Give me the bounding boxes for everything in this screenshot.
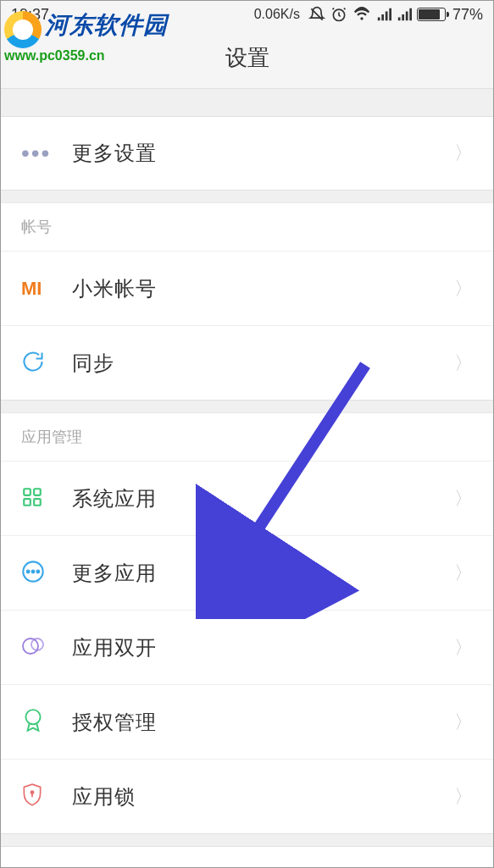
battery-icon <box>417 8 446 21</box>
row-more-apps[interactable]: 更多应用 〉 <box>1 536 493 611</box>
chevron-right-icon: 〉 <box>454 635 473 661</box>
signal-1-icon <box>376 7 391 22</box>
row-dual-apps[interactable]: 应用双开 〉 <box>1 611 493 685</box>
section-header-account: 帐号 <box>1 202 493 252</box>
row-label: 应用锁 <box>72 783 454 810</box>
chevron-right-icon: 〉 <box>454 561 473 586</box>
signal-2-icon <box>397 7 412 22</box>
sync-icon <box>21 350 45 377</box>
badge-icon <box>21 708 45 737</box>
svg-rect-2 <box>34 489 41 495</box>
alarm-icon <box>330 6 347 23</box>
svg-rect-3 <box>24 499 31 506</box>
more-settings-icon: ••• <box>21 140 51 167</box>
row-label: 系统应用 <box>72 485 454 512</box>
svg-point-9 <box>23 639 38 654</box>
svg-point-8 <box>36 570 39 572</box>
row-sync[interactable]: 同步 〉 <box>1 326 493 401</box>
mi-logo-icon: MI <box>21 278 42 300</box>
more-apps-icon <box>21 560 45 587</box>
shield-lock-icon <box>21 782 43 811</box>
dual-circles-icon <box>21 634 47 661</box>
status-network-speed: 0.06K/s <box>254 7 300 22</box>
row-label: 更多设置 <box>72 140 454 167</box>
wifi-icon <box>352 6 371 23</box>
svg-point-11 <box>25 710 40 724</box>
chevron-right-icon: 〉 <box>454 710 473 735</box>
chevron-right-icon: 〉 <box>454 141 473 166</box>
row-app-lock[interactable]: 应用锁 〉 <box>1 760 493 834</box>
row-mi-account[interactable]: MI 小米帐号 〉 <box>1 252 493 326</box>
page-title: 设置 <box>225 43 269 73</box>
row-label: 更多应用 <box>72 560 454 587</box>
chevron-right-icon: 〉 <box>454 784 473 810</box>
row-system-apps[interactable]: 系统应用 〉 <box>1 462 493 536</box>
row-permissions[interactable]: 授权管理 〉 <box>1 685 493 760</box>
row-label: 授权管理 <box>72 709 454 736</box>
status-time: 19:37 <box>11 6 49 24</box>
row-label: 同步 <box>72 350 454 377</box>
section-header-app-mgmt: 应用管理 <box>1 412 493 462</box>
chevron-right-icon: 〉 <box>454 351 473 376</box>
row-more-settings[interactable]: ••• 更多设置 〉 <box>1 116 493 191</box>
dnd-icon <box>308 6 325 23</box>
status-battery-pct: 77% <box>452 6 483 24</box>
row-label: 小米帐号 <box>72 275 454 302</box>
status-bar: 19:37 0.06K/s 77% <box>1 1 493 28</box>
svg-rect-4 <box>34 499 41 506</box>
chevron-right-icon: 〉 <box>454 486 473 511</box>
svg-rect-1 <box>24 489 31 495</box>
svg-point-7 <box>32 570 35 572</box>
row-feedback[interactable]: 问题反馈 〉 <box>1 846 493 868</box>
chevron-right-icon: 〉 <box>454 276 473 301</box>
page-header: 设置 <box>1 28 493 89</box>
row-label: 应用双开 <box>72 634 454 661</box>
svg-point-6 <box>27 570 30 572</box>
grid-icon <box>21 486 43 511</box>
